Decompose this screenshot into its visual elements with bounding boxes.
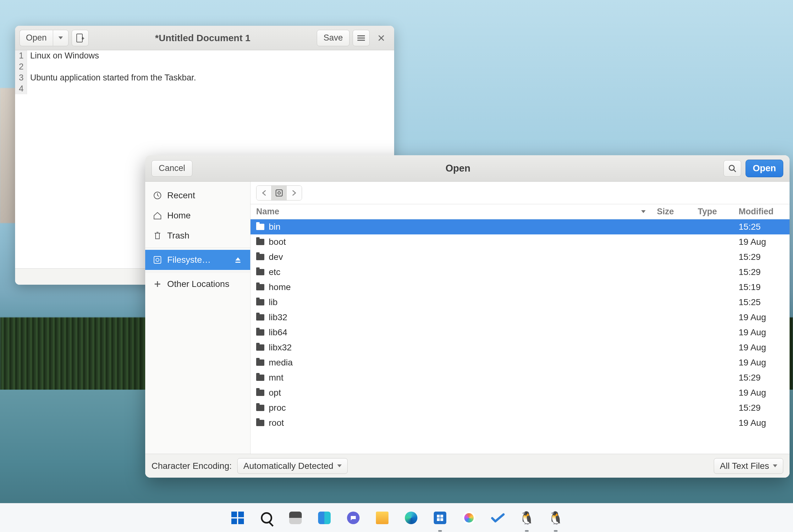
clock-icon bbox=[153, 191, 162, 200]
home-icon bbox=[153, 211, 162, 220]
folder-icon bbox=[256, 375, 264, 381]
file-row[interactable]: etc15:29 bbox=[250, 265, 790, 280]
folder-icon bbox=[256, 405, 264, 411]
open-confirm-button[interactable]: Open bbox=[745, 159, 783, 177]
file-filter-combo[interactable]: All Text Files bbox=[714, 458, 783, 474]
column-header-name[interactable]: Name bbox=[250, 207, 651, 216]
running-indicator bbox=[554, 530, 558, 532]
path-forward-button[interactable] bbox=[287, 186, 302, 200]
line-text: Linux on Windows bbox=[27, 50, 99, 61]
sidebar-item-recent[interactable]: Recent bbox=[145, 185, 250, 206]
edge-icon bbox=[405, 512, 417, 524]
file-row[interactable]: media19 Aug bbox=[250, 355, 790, 370]
sidebar-item-home[interactable]: Home bbox=[145, 206, 250, 226]
path-root-button[interactable] bbox=[271, 186, 287, 200]
taskbar-search[interactable] bbox=[258, 510, 275, 526]
sidebar-separator bbox=[145, 272, 250, 272]
column-header-size[interactable]: Size bbox=[651, 207, 692, 216]
folder-icon bbox=[256, 224, 264, 230]
running-indicator bbox=[438, 530, 442, 532]
code-line: 1Linux on Windows bbox=[15, 50, 394, 61]
file-name: lib bbox=[269, 297, 278, 307]
line-text: Ubuntu application started from the Task… bbox=[27, 72, 196, 83]
dialog-headerbar: Cancel Open Open bbox=[145, 155, 790, 182]
windows-taskbar: 🐧 🐧 bbox=[0, 503, 793, 532]
taskbar-linux-app-1[interactable]: 🐧 bbox=[518, 510, 535, 526]
file-row[interactable]: lib3219 Aug bbox=[250, 310, 790, 325]
svg-point-4 bbox=[156, 258, 159, 262]
dialog-footer: Character Encoding: Automatically Detect… bbox=[145, 454, 790, 478]
file-filter-value: All Text Files bbox=[720, 461, 769, 471]
new-document-button[interactable] bbox=[72, 30, 89, 46]
sidebar-separator bbox=[145, 248, 250, 248]
path-bar bbox=[250, 182, 790, 204]
path-back-button[interactable] bbox=[257, 186, 271, 200]
taskbar-widgets[interactable] bbox=[316, 510, 333, 526]
chevron-right-icon bbox=[292, 190, 296, 196]
taskbar-start[interactable] bbox=[229, 510, 246, 526]
file-row[interactable]: lib15:25 bbox=[250, 295, 790, 310]
column-header-modified[interactable]: Modified bbox=[733, 207, 790, 216]
svg-rect-3 bbox=[154, 256, 161, 263]
encoding-combo[interactable]: Automatically Detected bbox=[237, 458, 347, 474]
close-window-button[interactable] bbox=[373, 30, 390, 46]
taskbar-chat[interactable] bbox=[345, 510, 361, 526]
folder-icon bbox=[256, 314, 264, 321]
file-modified: 15:29 bbox=[733, 373, 790, 383]
store-icon bbox=[434, 512, 446, 524]
file-row[interactable]: lib6419 Aug bbox=[250, 325, 790, 340]
taskbar-todo[interactable] bbox=[490, 510, 506, 526]
plus-icon bbox=[153, 279, 162, 289]
gedit-headerbar: Open *Untitled Document 1 Save bbox=[15, 26, 394, 50]
file-name: mnt bbox=[269, 373, 284, 383]
file-name: opt bbox=[269, 388, 281, 398]
open-dropdown[interactable] bbox=[53, 30, 69, 46]
taskbar-microsoft-store[interactable] bbox=[432, 510, 448, 526]
disk-icon bbox=[275, 189, 283, 197]
code-line: 3Ubuntu application started from the Tas… bbox=[15, 72, 394, 83]
svg-point-6 bbox=[278, 192, 280, 194]
sidebar-item-filesystem[interactable]: Filesyste… bbox=[145, 250, 250, 270]
taskbar-task-view[interactable] bbox=[287, 510, 304, 526]
task-view-icon bbox=[289, 512, 302, 524]
svg-rect-0 bbox=[77, 34, 82, 42]
file-open-dialog: Cancel Open Open Recent Home bbox=[145, 155, 790, 478]
file-name: lib32 bbox=[269, 312, 287, 322]
eject-icon[interactable] bbox=[233, 255, 243, 265]
folder-icon bbox=[376, 512, 389, 524]
taskbar-linux-app-2[interactable]: 🐧 bbox=[548, 510, 564, 526]
penguin-icon: 🐧 bbox=[519, 512, 535, 524]
file-row[interactable]: mnt15:29 bbox=[250, 370, 790, 385]
file-row[interactable]: bin15:25 bbox=[250, 219, 790, 234]
file-row[interactable]: libx3219 Aug bbox=[250, 340, 790, 355]
folder-icon bbox=[256, 329, 264, 336]
file-row[interactable]: proc15:29 bbox=[250, 400, 790, 415]
sidebar-item-trash[interactable]: Trash bbox=[145, 226, 250, 246]
file-row[interactable]: opt19 Aug bbox=[250, 385, 790, 400]
line-text bbox=[27, 61, 30, 72]
taskbar-file-explorer[interactable] bbox=[374, 510, 390, 526]
file-name: bin bbox=[269, 222, 280, 232]
file-modified: 19 Aug bbox=[733, 312, 790, 322]
file-row[interactable]: home15:19 bbox=[250, 280, 790, 295]
search-icon bbox=[261, 512, 272, 524]
file-row[interactable]: dev15:29 bbox=[250, 249, 790, 265]
open-button[interactable]: Open bbox=[19, 30, 53, 46]
file-row[interactable]: boot19 Aug bbox=[250, 234, 790, 249]
hamburger-menu-button[interactable] bbox=[353, 30, 370, 46]
column-header-type[interactable]: Type bbox=[692, 207, 733, 216]
checkmark-icon bbox=[491, 513, 505, 523]
search-button[interactable] bbox=[723, 160, 741, 177]
file-row[interactable]: root19 Aug bbox=[250, 415, 790, 431]
save-button[interactable]: Save bbox=[317, 30, 350, 46]
chevron-down-icon bbox=[773, 464, 777, 467]
sidebar-item-label: Home bbox=[167, 211, 191, 221]
taskbar-edge[interactable] bbox=[403, 510, 419, 526]
document-title: *Untitled Document 1 bbox=[92, 33, 314, 43]
file-list[interactable]: Name Size Type Modified bin15:25boot19 A… bbox=[250, 204, 790, 454]
folder-icon bbox=[256, 390, 264, 396]
cancel-button[interactable]: Cancel bbox=[151, 160, 192, 177]
taskbar-paint[interactable] bbox=[461, 510, 477, 526]
disk-icon bbox=[153, 255, 162, 265]
sidebar-item-other-locations[interactable]: Other Locations bbox=[145, 274, 250, 294]
